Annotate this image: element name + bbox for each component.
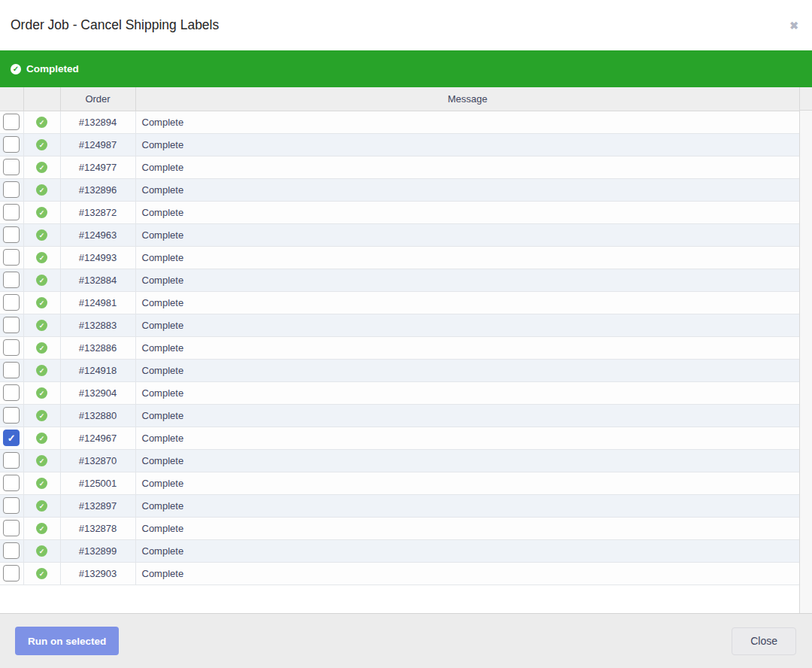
status-cell: ✓ xyxy=(23,201,60,223)
checkbox-cell xyxy=(0,381,23,404)
message-cell: Complete xyxy=(135,111,799,133)
close-icon[interactable]: ✖ xyxy=(789,20,798,31)
checkbox-cell xyxy=(0,156,23,178)
status-cell: ✓ xyxy=(23,539,60,562)
message-cell: Complete xyxy=(135,449,799,472)
row-checkbox[interactable] xyxy=(3,362,20,378)
row-checkbox[interactable] xyxy=(3,114,20,130)
row-checkbox[interactable] xyxy=(3,565,20,581)
check-circle-icon: ✓ xyxy=(36,297,47,308)
checkbox-cell xyxy=(0,178,23,201)
message-cell: Complete xyxy=(135,223,799,246)
results-table-area: Order Message ✓#132894Complete✓#124987Co… xyxy=(0,87,812,613)
checkbox-cell xyxy=(0,246,23,269)
table-row: ✓#132878Complete xyxy=(0,517,799,539)
table-row: ✓#132870Complete xyxy=(0,449,799,472)
row-checkbox[interactable] xyxy=(3,136,20,153)
row-checkbox[interactable] xyxy=(3,497,20,514)
status-cell: ✓ xyxy=(23,269,60,291)
row-checkbox[interactable] xyxy=(3,317,20,333)
order-number-cell: #132894 xyxy=(60,111,135,133)
checkbox-cell xyxy=(0,201,23,223)
table-row: ✓#132904Complete xyxy=(0,381,799,404)
order-number-cell: #124977 xyxy=(60,156,135,178)
row-checkbox[interactable] xyxy=(3,159,20,175)
message-cell: Complete xyxy=(135,133,799,156)
status-cell: ✓ xyxy=(23,517,60,539)
status-cell: ✓ xyxy=(23,404,60,427)
check-circle-icon: ✓ xyxy=(36,568,47,579)
check-circle-icon: ✓ xyxy=(36,184,47,196)
check-circle-icon: ✓ xyxy=(36,545,47,557)
message-cell: Complete xyxy=(135,472,799,494)
order-number-cell: #132897 xyxy=(60,494,135,517)
scrollbar-track[interactable] xyxy=(799,87,812,613)
table-row: ✓#132872Complete xyxy=(0,201,799,223)
checkbox-cell xyxy=(0,472,23,494)
checkbox-cell xyxy=(0,449,23,472)
check-circle-icon: ✓ xyxy=(36,478,47,489)
order-number-cell: #125001 xyxy=(60,472,135,494)
order-number-cell: #124981 xyxy=(60,291,135,314)
row-checkbox[interactable] xyxy=(3,452,20,469)
status-cell: ✓ xyxy=(23,449,60,472)
row-checkbox[interactable] xyxy=(3,407,20,424)
order-number-cell: #124967 xyxy=(60,427,135,449)
checkbox-cell xyxy=(0,494,23,517)
row-checkbox[interactable] xyxy=(3,384,20,401)
table-row: ✓#132880Complete xyxy=(0,404,799,427)
order-number-cell: #132903 xyxy=(60,562,135,584)
row-checkbox[interactable] xyxy=(3,249,20,266)
checkbox-cell xyxy=(0,111,23,133)
check-circle-icon: ✓ xyxy=(36,117,47,128)
check-circle-icon: ✓ xyxy=(36,320,47,331)
status-cell: ✓ xyxy=(23,156,60,178)
table-row: ✓#124993Complete xyxy=(0,246,799,269)
order-number-cell: #124993 xyxy=(60,246,135,269)
table-row: ✓#132883Complete xyxy=(0,314,799,336)
table-row: ✓✓#124967Complete xyxy=(0,427,799,449)
row-checkbox[interactable] xyxy=(3,475,20,491)
message-cell: Complete xyxy=(135,404,799,427)
order-number-cell: #132896 xyxy=(60,178,135,201)
status-cell: ✓ xyxy=(23,223,60,246)
status-cell: ✓ xyxy=(23,359,60,381)
row-checkbox[interactable] xyxy=(3,294,20,311)
check-circle-icon: ✓ xyxy=(36,342,47,354)
message-cell: Complete xyxy=(135,562,799,584)
message-cell: Complete xyxy=(135,336,799,359)
row-checkbox[interactable] xyxy=(3,542,20,559)
check-circle-icon: ✓ xyxy=(36,455,47,466)
checkbox-cell xyxy=(0,336,23,359)
row-checkbox[interactable]: ✓ xyxy=(3,430,20,446)
order-number-cell: #124987 xyxy=(60,133,135,156)
row-checkbox[interactable] xyxy=(3,339,20,356)
table-row: ✓#132897Complete xyxy=(0,494,799,517)
checkbox-cell xyxy=(0,517,23,539)
message-cell: Complete xyxy=(135,381,799,404)
table-row: ✓#124918Complete xyxy=(0,359,799,381)
message-cell: Complete xyxy=(135,539,799,562)
modal-header: Order Job - Cancel Shipping Labels ✖ xyxy=(0,0,812,50)
row-checkbox[interactable] xyxy=(3,272,20,288)
status-cell: ✓ xyxy=(23,314,60,336)
row-checkbox[interactable] xyxy=(3,226,20,243)
status-banner-label: Completed xyxy=(26,63,79,74)
run-on-selected-button[interactable]: Run on selected xyxy=(15,627,119,655)
order-number-cell: #132899 xyxy=(60,539,135,562)
close-button[interactable]: Close xyxy=(732,627,796,655)
checkbox-cell xyxy=(0,314,23,336)
row-checkbox[interactable] xyxy=(3,181,20,198)
order-number-cell: #132904 xyxy=(60,381,135,404)
order-number-cell: #124963 xyxy=(60,223,135,246)
row-checkbox[interactable] xyxy=(3,520,20,536)
status-cell: ✓ xyxy=(23,111,60,133)
status-banner: ✓ Completed xyxy=(0,50,812,87)
table-row: ✓#132894Complete xyxy=(0,111,799,133)
message-cell: Complete xyxy=(135,201,799,223)
message-cell: Complete xyxy=(135,517,799,539)
row-checkbox[interactable] xyxy=(3,204,20,220)
check-circle-icon: ✓ xyxy=(36,433,47,444)
check-circle-icon: ✓ xyxy=(36,500,47,512)
check-circle-icon: ✓ xyxy=(11,64,21,74)
